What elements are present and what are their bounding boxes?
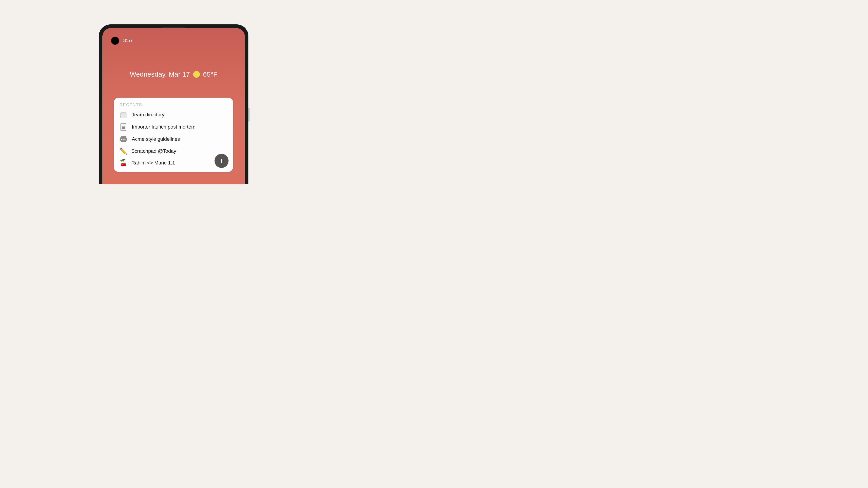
phone-screen[interactable]: 3:57 Wednesday, Mar 17 65°F RECENTS Team… [102,28,245,184]
list-item-rahim-marie[interactable]: 🍒 Rahim <> Marie 1:1 [120,159,227,166]
list-item-label: Team directory [132,112,164,118]
list-item-label: Scratchpad @Today [131,148,176,154]
recents-widget[interactable]: RECENTS Team directory Importer launch p… [114,98,233,172]
add-button[interactable]: + [215,154,228,168]
card-index-icon [120,111,127,119]
temperature-label: 65°F [203,70,217,78]
date-label: Wednesday, Mar 17 [130,70,190,78]
date-weather-widget[interactable]: Wednesday, Mar 17 65°F [130,70,217,78]
widget-header: RECENTS [120,103,227,107]
phone-power-button[interactable] [248,108,250,122]
list-item-label: Rahim <> Marie 1:1 [131,160,175,166]
list-item-importer[interactable]: Importer launch post mortem [120,123,227,131]
document-icon [120,123,127,131]
list-item-team-directory[interactable]: Team directory [120,111,227,119]
list-item-scratchpad[interactable]: ✏️ Scratchpad @Today [120,148,227,155]
plus-icon: + [219,157,224,164]
sun-icon [193,71,200,78]
pencil-icon: ✏️ [120,148,127,155]
list-item-label: Acme style guidelines [132,136,180,142]
widget-list: Team directory Importer launch post mort… [120,111,227,166]
list-item-label: Importer launch post mortem [132,124,195,130]
status-bar-time: 3:57 [123,37,133,43]
phone-frame: 3:57 Wednesday, Mar 17 65°F RECENTS Team… [99,24,248,184]
list-item-acme[interactable]: ACME Acme style guidelines [120,135,227,143]
cherries-icon: 🍒 [120,159,127,166]
camera-cutout [111,37,119,45]
acme-badge-icon: ACME [120,135,127,143]
